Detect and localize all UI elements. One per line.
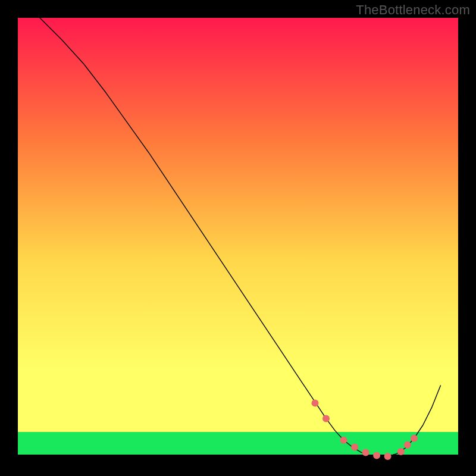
svg-point-4	[340, 437, 347, 444]
svg-point-7	[373, 452, 380, 459]
svg-point-10	[404, 441, 411, 449]
chart-stage: TheBottleneck.com	[0, 0, 476, 476]
svg-point-8	[384, 453, 392, 460]
svg-point-5	[351, 444, 358, 451]
svg-point-11	[411, 435, 418, 442]
watermark-text: TheBottleneck.com	[356, 2, 470, 18]
svg-rect-0	[18, 18, 458, 458]
chart-svg	[0, 0, 476, 476]
svg-point-6	[362, 449, 369, 456]
svg-point-2	[312, 400, 319, 407]
svg-point-9	[397, 448, 405, 455]
svg-point-3	[322, 415, 330, 422]
